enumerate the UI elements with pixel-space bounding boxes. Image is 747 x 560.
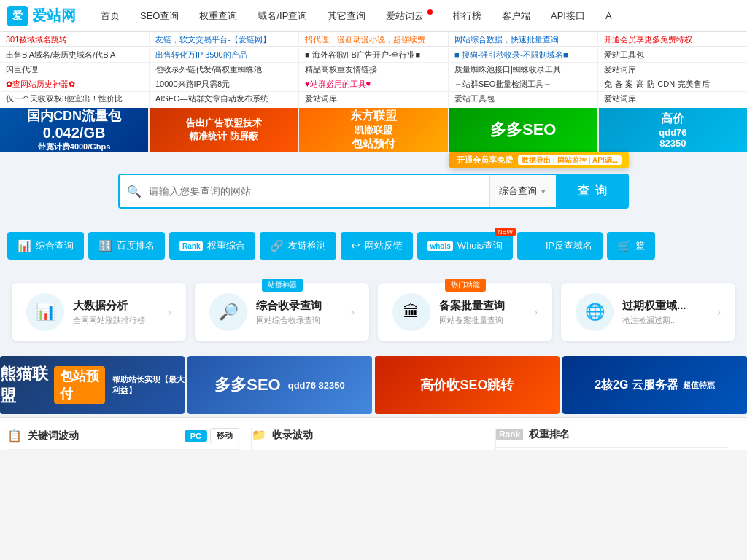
- widget-collection: 📁 收录波动: [252, 428, 496, 450]
- card-icp-sub: 网站备案批量查询: [439, 315, 528, 326]
- member-promo-badge: 数据导出 | 网站监控 | API调...: [518, 155, 622, 165]
- chevron-right-icon: ›: [168, 306, 171, 319]
- mobile-tab[interactable]: 移动: [210, 428, 239, 443]
- tool-whois[interactable]: whois Whois查询 NEW: [417, 232, 512, 260]
- card-expired-domain[interactable]: 🌐 过期权重域... 抢注捡漏过期... ›: [561, 283, 735, 341]
- link-2-1[interactable]: 闪臣代理: [0, 63, 150, 77]
- chevron-right-icon-2: ›: [351, 306, 355, 319]
- link-4-2[interactable]: AISEO—站群文章自动发布系统: [150, 92, 299, 106]
- search-button[interactable]: 查 询: [557, 174, 629, 209]
- search-dropdown[interactable]: 综合查询 ▼: [489, 175, 556, 207]
- top-nav: 爱 爱站网 首页 SEO查询 权重查询 域名/IP查询 其它查询 爱站词云 排行…: [0, 0, 747, 32]
- bottom-banners: 熊猫联盟 包站预付 帮助站长实现【最大利益】 多多SEO qdd76 82350…: [0, 356, 747, 417]
- nav-home[interactable]: 首页: [90, 0, 130, 32]
- tool-comprehensive[interactable]: 📊 综合查询: [7, 232, 84, 260]
- bottom-banner-4[interactable]: 2核2G 云服务器 超值特惠: [562, 356, 747, 414]
- link-2-5[interactable]: 爱站词库: [598, 63, 747, 77]
- link-1-2[interactable]: 出售转化万IP 3500的产品: [150, 48, 299, 62]
- nav-authority[interactable]: 权重查询: [189, 0, 247, 32]
- tool-cart[interactable]: 🛒 篮: [607, 232, 655, 260]
- icp-icon: 🏛: [392, 293, 430, 331]
- banner-1[interactable]: 国内CDN流量包 0.042/GB 带宽计费4000/Gbps: [0, 108, 148, 152]
- nav-seo[interactable]: SEO查询: [130, 0, 189, 32]
- links-row-1: 出售B A域名/老历史域名/代B A 出售转化万IP 3500的产品 ■ 海外谷…: [0, 48, 747, 63]
- pc-mobile-tabs: PC 移动: [185, 428, 239, 443]
- nav-cloud-badge: [427, 9, 433, 15]
- friend-link-icon: 🔗: [270, 239, 284, 252]
- link-3-1[interactable]: ✿查网站历史神器✿: [0, 77, 150, 91]
- search-icon: 🔍: [120, 175, 149, 207]
- link-4-4[interactable]: 爱站工具包: [449, 92, 598, 106]
- tool-friend-link[interactable]: 🔗 友链检测: [260, 232, 336, 260]
- link-3-2[interactable]: 10000来路IP只需8元: [150, 77, 299, 91]
- keyword-icon: 📋: [7, 429, 22, 443]
- search-input[interactable]: [149, 175, 489, 207]
- keyword-title: 关键词波动: [28, 429, 79, 443]
- collection-icon: 🔎: [209, 293, 247, 331]
- link-3-3[interactable]: ♥站群必用的工具♥: [299, 77, 449, 91]
- nav-extra[interactable]: A: [595, 0, 622, 32]
- link-2-4[interactable]: 质量蜘蛛池接口|蜘蛛收录工具: [449, 63, 598, 77]
- link-3-5[interactable]: 免-备-案-高-防-CDN-完美售后: [598, 77, 747, 91]
- banner-2[interactable]: 告出广告联盟技术 精准统计 防屏蔽: [150, 108, 298, 152]
- link-1-5[interactable]: 爱站工具包: [598, 48, 747, 62]
- ticker-col-2[interactable]: 友链，软文交易平台-【爱链网】: [150, 32, 299, 47]
- ip-icon: 🌐: [527, 239, 541, 252]
- link-4-3[interactable]: 爱站词库: [299, 92, 449, 106]
- widget-keyword: 📋 关键词波动 PC 移动: [7, 428, 252, 450]
- card-big-data[interactable]: 📊 大数据分析 全网网站涨跌排行榜 ›: [12, 283, 186, 341]
- nav-domain[interactable]: 域名/IP查询: [247, 0, 317, 32]
- tool-friend-link-label: 友链检测: [288, 239, 326, 252]
- tool-comprehensive-label: 综合查询: [36, 239, 74, 252]
- link-3-4[interactable]: →站群SEO批量检测工具←: [449, 77, 598, 91]
- search-box: 🔍 综合查询 ▼ 查 询: [118, 174, 629, 209]
- logo[interactable]: 爱 爱站网: [7, 6, 76, 26]
- collection-widget-title: 收录波动: [272, 429, 313, 442]
- link-1-1[interactable]: 出售B A域名/老历史域名/代B A: [0, 48, 150, 62]
- card-collection-sub: 网站综合收录查询: [256, 315, 345, 326]
- chevron-right-icon-4: ›: [717, 306, 721, 319]
- ticker-col-3[interactable]: 招代理！漫画动漫小说，超强续费: [299, 32, 449, 47]
- nav-rank[interactable]: 排行榜: [443, 0, 492, 32]
- ticker-col-1[interactable]: 301被域域名跳转: [0, 32, 150, 47]
- bottom-banner-3[interactable]: 高价收SEO跳转: [375, 356, 560, 414]
- nav-other[interactable]: 其它查询: [317, 0, 376, 32]
- tool-ip-reverse[interactable]: 🌐 IP反查域名: [517, 232, 603, 260]
- card-icp[interactable]: 热门功能 🏛 备案批量查询 网站备案批量查询 ›: [378, 283, 552, 341]
- link-1-3[interactable]: ■ 海外谷歌/FB广告开户-全行业■: [299, 48, 449, 62]
- comprehensive-icon: 📊: [18, 239, 31, 252]
- link-4-5[interactable]: 爱站词库: [598, 92, 747, 106]
- tool-backlink[interactable]: ↩ 网站反链: [341, 232, 413, 260]
- link-2-3[interactable]: 精品高权重友情链接: [299, 63, 449, 77]
- link-1-4[interactable]: ■ 搜狗-强引秒收录-不限制域名■: [449, 48, 598, 62]
- new-badge: NEW: [495, 228, 516, 236]
- chevron-down-icon: ▼: [540, 187, 547, 195]
- link-4-1[interactable]: 仅一个天收双权3便宜出！性价比: [0, 92, 150, 106]
- nav-cloud[interactable]: 爱站词云: [376, 0, 443, 32]
- nav-api[interactable]: API接口: [541, 0, 595, 32]
- tool-authority[interactable]: Rank 权重综合: [169, 232, 255, 260]
- pc-tab[interactable]: PC: [185, 430, 207, 442]
- tool-cart-label: 篮: [635, 239, 645, 252]
- bottom-widgets: 📋 关键词波动 PC 移动 📁 收录波动 Rank 权重排名: [7, 428, 740, 450]
- link-2-2[interactable]: 包收录外链代发/高权重蜘蛛池: [150, 63, 299, 77]
- card-collection[interactable]: 站群神器 🔎 综合收录查询 网站综合收录查询 ›: [195, 283, 369, 341]
- bottom-banner-2[interactable]: 多多SEO qdd76 82350: [187, 356, 372, 414]
- card-collection-title: 综合收录查询: [256, 299, 345, 313]
- big-data-icon: 📊: [26, 293, 64, 331]
- card-expired-domain-sub: 抢注捡漏过期...: [622, 315, 711, 326]
- banner-3[interactable]: 东方联盟 凯撒联盟 包站预付: [299, 108, 447, 152]
- bottom-banner-1[interactable]: 熊猫联盟 包站预付 帮助站长实现【最大利益】: [0, 356, 185, 414]
- member-promo[interactable]: 开通会员享免费 数据导出 | 网站监控 | API调...: [449, 152, 629, 168]
- ticker-col-4[interactable]: 网站综合数据，快速批量查询: [449, 32, 598, 47]
- tool-baidu-rank[interactable]: 🔢 百度排名: [88, 232, 165, 260]
- nav-client[interactable]: 客户端: [492, 0, 541, 32]
- member-promo-text: 开通会员享免费: [457, 155, 513, 164]
- banner-4[interactable]: 多多SEO: [449, 108, 597, 152]
- tool-ip-reverse-label: IP反查域名: [546, 239, 592, 252]
- tool-buttons: 📊 综合查询 🔢 百度排名 Rank 权重综合 🔗 友链检测 ↩ 网站反链 wh…: [0, 223, 747, 268]
- nav-links: 首页 SEO查询 权重查询 域名/IP查询 其它查询 爱站词云 排行榜 客户端 …: [90, 0, 740, 32]
- tool-authority-label: 权重综合: [207, 239, 245, 252]
- banner-5[interactable]: 高价 qdd76 82350: [599, 108, 747, 152]
- ticker-col-5[interactable]: 开通会员享更多免费特权: [598, 32, 747, 47]
